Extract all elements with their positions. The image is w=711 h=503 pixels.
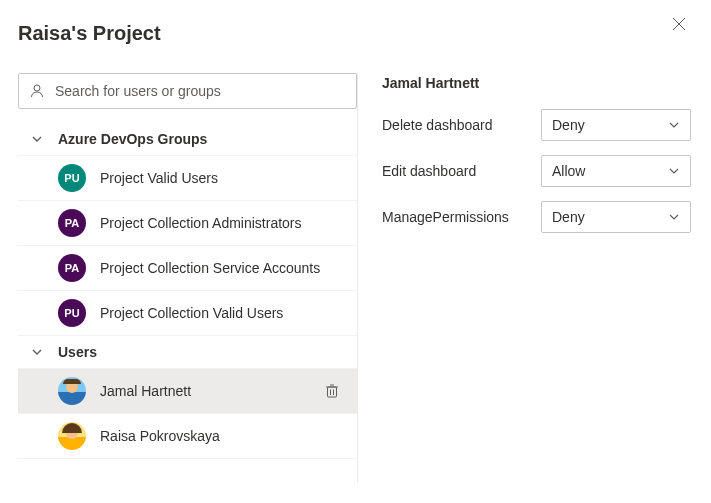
- search-input[interactable]: [53, 82, 346, 100]
- user-item[interactable]: Raisa Pokrovskaya: [18, 414, 357, 459]
- group-avatar: PA: [58, 209, 86, 237]
- user-item[interactable]: Jamal Hartnett: [18, 369, 357, 414]
- search-input-wrapper[interactable]: [18, 73, 357, 109]
- permission-row: Delete dashboard Deny: [382, 109, 691, 141]
- group-item[interactable]: PU Project Collection Valid Users: [18, 291, 357, 336]
- svg-rect-3: [328, 387, 337, 397]
- section-header-groups[interactable]: Azure DevOps Groups: [18, 123, 357, 156]
- permission-value: Deny: [552, 209, 585, 225]
- chevron-down-icon: [668, 119, 680, 131]
- group-item-label: Project Collection Administrators: [100, 215, 302, 231]
- user-avatar: [58, 422, 86, 450]
- group-item[interactable]: PA Project Collection Service Accounts: [18, 246, 357, 291]
- chevron-down-icon: [668, 165, 680, 177]
- user-item-label: Jamal Hartnett: [100, 383, 191, 399]
- detail-pane: Jamal Hartnett Delete dashboard Deny Edi…: [358, 73, 691, 483]
- permission-label: Edit dashboard: [382, 163, 541, 179]
- group-item[interactable]: PA Project Collection Administrators: [18, 201, 357, 246]
- permission-label: Delete dashboard: [382, 117, 541, 133]
- group-item-label: Project Collection Service Accounts: [100, 260, 320, 276]
- chevron-down-icon: [30, 346, 44, 358]
- close-icon: [672, 17, 686, 31]
- user-icon: [29, 83, 45, 99]
- section-header-label: Azure DevOps Groups: [58, 131, 207, 147]
- permission-value: Deny: [552, 117, 585, 133]
- chevron-down-icon: [30, 133, 44, 145]
- group-avatar: PA: [58, 254, 86, 282]
- group-item-label: Project Collection Valid Users: [100, 305, 283, 321]
- left-pane: Azure DevOps Groups PU Project Valid Use…: [18, 73, 358, 483]
- permission-select[interactable]: Allow: [541, 155, 691, 187]
- permission-select[interactable]: Deny: [541, 201, 691, 233]
- group-item-label: Project Valid Users: [100, 170, 218, 186]
- trash-icon: [325, 383, 339, 399]
- delete-user-button[interactable]: [325, 383, 339, 399]
- close-button[interactable]: [665, 10, 693, 38]
- permission-select[interactable]: Deny: [541, 109, 691, 141]
- permission-row: ManagePermissions Deny: [382, 201, 691, 233]
- detail-heading: Jamal Hartnett: [382, 75, 691, 91]
- group-avatar: PU: [58, 299, 86, 327]
- permission-label: ManagePermissions: [382, 209, 541, 225]
- section-header-label: Users: [58, 344, 97, 360]
- group-item[interactable]: PU Project Valid Users: [18, 156, 357, 201]
- page-title: Raisa's Project: [18, 22, 691, 45]
- user-avatar: [58, 377, 86, 405]
- svg-point-2: [34, 85, 40, 91]
- section-header-users[interactable]: Users: [18, 336, 357, 369]
- permission-value: Allow: [552, 163, 585, 179]
- user-item-label: Raisa Pokrovskaya: [100, 428, 220, 444]
- permission-row: Edit dashboard Allow: [382, 155, 691, 187]
- group-avatar: PU: [58, 164, 86, 192]
- chevron-down-icon: [668, 211, 680, 223]
